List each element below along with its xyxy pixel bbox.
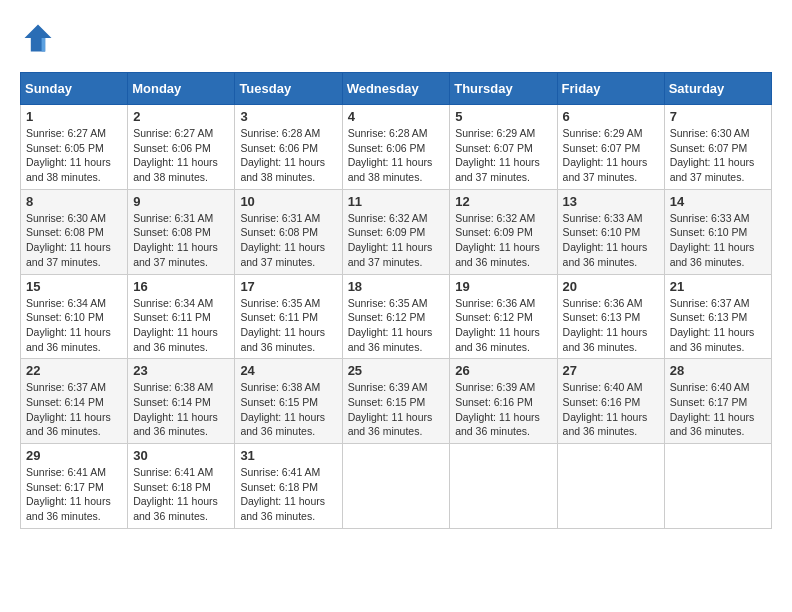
day-number: 21 [670, 279, 766, 294]
calendar-cell: 31 Sunrise: 6:41 AMSunset: 6:18 PMDaylig… [235, 444, 342, 529]
day-header-friday: Friday [557, 73, 664, 105]
calendar-cell [342, 444, 450, 529]
calendar-cell: 24 Sunrise: 6:38 AMSunset: 6:15 PMDaylig… [235, 359, 342, 444]
calendar-week-row: 1 Sunrise: 6:27 AMSunset: 6:05 PMDayligh… [21, 105, 772, 190]
calendar-table: SundayMondayTuesdayWednesdayThursdayFrid… [20, 72, 772, 529]
day-number: 10 [240, 194, 336, 209]
calendar-cell: 16 Sunrise: 6:34 AMSunset: 6:11 PMDaylig… [128, 274, 235, 359]
calendar-cell: 29 Sunrise: 6:41 AMSunset: 6:17 PMDaylig… [21, 444, 128, 529]
day-number: 26 [455, 363, 551, 378]
day-number: 1 [26, 109, 122, 124]
day-info: Sunrise: 6:29 AMSunset: 6:07 PMDaylight:… [563, 126, 659, 185]
day-number: 15 [26, 279, 122, 294]
day-info: Sunrise: 6:30 AMSunset: 6:07 PMDaylight:… [670, 126, 766, 185]
day-info: Sunrise: 6:40 AMSunset: 6:16 PMDaylight:… [563, 380, 659, 439]
day-header-saturday: Saturday [664, 73, 771, 105]
day-info: Sunrise: 6:33 AMSunset: 6:10 PMDaylight:… [563, 211, 659, 270]
calendar-cell: 7 Sunrise: 6:30 AMSunset: 6:07 PMDayligh… [664, 105, 771, 190]
svg-marker-0 [25, 25, 52, 52]
calendar-cell: 6 Sunrise: 6:29 AMSunset: 6:07 PMDayligh… [557, 105, 664, 190]
day-info: Sunrise: 6:27 AMSunset: 6:06 PMDaylight:… [133, 126, 229, 185]
day-number: 12 [455, 194, 551, 209]
day-info: Sunrise: 6:30 AMSunset: 6:08 PMDaylight:… [26, 211, 122, 270]
day-number: 4 [348, 109, 445, 124]
day-info: Sunrise: 6:33 AMSunset: 6:10 PMDaylight:… [670, 211, 766, 270]
day-number: 5 [455, 109, 551, 124]
day-info: Sunrise: 6:31 AMSunset: 6:08 PMDaylight:… [240, 211, 336, 270]
day-number: 17 [240, 279, 336, 294]
day-info: Sunrise: 6:39 AMSunset: 6:16 PMDaylight:… [455, 380, 551, 439]
day-number: 27 [563, 363, 659, 378]
calendar-cell: 26 Sunrise: 6:39 AMSunset: 6:16 PMDaylig… [450, 359, 557, 444]
calendar-cell: 2 Sunrise: 6:27 AMSunset: 6:06 PMDayligh… [128, 105, 235, 190]
calendar-week-row: 15 Sunrise: 6:34 AMSunset: 6:10 PMDaylig… [21, 274, 772, 359]
day-number: 22 [26, 363, 122, 378]
day-number: 30 [133, 448, 229, 463]
day-info: Sunrise: 6:32 AMSunset: 6:09 PMDaylight:… [348, 211, 445, 270]
calendar-week-row: 22 Sunrise: 6:37 AMSunset: 6:14 PMDaylig… [21, 359, 772, 444]
day-info: Sunrise: 6:40 AMSunset: 6:17 PMDaylight:… [670, 380, 766, 439]
day-header-tuesday: Tuesday [235, 73, 342, 105]
calendar-cell: 17 Sunrise: 6:35 AMSunset: 6:11 PMDaylig… [235, 274, 342, 359]
day-info: Sunrise: 6:35 AMSunset: 6:11 PMDaylight:… [240, 296, 336, 355]
day-info: Sunrise: 6:35 AMSunset: 6:12 PMDaylight:… [348, 296, 445, 355]
day-info: Sunrise: 6:39 AMSunset: 6:15 PMDaylight:… [348, 380, 445, 439]
calendar-cell: 18 Sunrise: 6:35 AMSunset: 6:12 PMDaylig… [342, 274, 450, 359]
calendar-cell: 27 Sunrise: 6:40 AMSunset: 6:16 PMDaylig… [557, 359, 664, 444]
calendar-cell [664, 444, 771, 529]
calendar-cell [557, 444, 664, 529]
day-info: Sunrise: 6:41 AMSunset: 6:18 PMDaylight:… [133, 465, 229, 524]
day-number: 6 [563, 109, 659, 124]
day-number: 31 [240, 448, 336, 463]
logo-icon [20, 20, 56, 56]
day-number: 11 [348, 194, 445, 209]
calendar-cell: 10 Sunrise: 6:31 AMSunset: 6:08 PMDaylig… [235, 189, 342, 274]
day-number: 2 [133, 109, 229, 124]
calendar-cell: 21 Sunrise: 6:37 AMSunset: 6:13 PMDaylig… [664, 274, 771, 359]
calendar-cell: 15 Sunrise: 6:34 AMSunset: 6:10 PMDaylig… [21, 274, 128, 359]
day-info: Sunrise: 6:37 AMSunset: 6:14 PMDaylight:… [26, 380, 122, 439]
day-number: 9 [133, 194, 229, 209]
calendar-cell: 4 Sunrise: 6:28 AMSunset: 6:06 PMDayligh… [342, 105, 450, 190]
day-number: 14 [670, 194, 766, 209]
calendar-cell: 14 Sunrise: 6:33 AMSunset: 6:10 PMDaylig… [664, 189, 771, 274]
calendar-cell: 25 Sunrise: 6:39 AMSunset: 6:15 PMDaylig… [342, 359, 450, 444]
page-header [20, 20, 772, 56]
day-info: Sunrise: 6:29 AMSunset: 6:07 PMDaylight:… [455, 126, 551, 185]
day-info: Sunrise: 6:34 AMSunset: 6:10 PMDaylight:… [26, 296, 122, 355]
calendar-cell: 28 Sunrise: 6:40 AMSunset: 6:17 PMDaylig… [664, 359, 771, 444]
calendar-cell: 9 Sunrise: 6:31 AMSunset: 6:08 PMDayligh… [128, 189, 235, 274]
day-info: Sunrise: 6:36 AMSunset: 6:13 PMDaylight:… [563, 296, 659, 355]
calendar-header-row: SundayMondayTuesdayWednesdayThursdayFrid… [21, 73, 772, 105]
day-number: 20 [563, 279, 659, 294]
calendar-cell: 5 Sunrise: 6:29 AMSunset: 6:07 PMDayligh… [450, 105, 557, 190]
day-info: Sunrise: 6:32 AMSunset: 6:09 PMDaylight:… [455, 211, 551, 270]
day-info: Sunrise: 6:34 AMSunset: 6:11 PMDaylight:… [133, 296, 229, 355]
day-info: Sunrise: 6:38 AMSunset: 6:14 PMDaylight:… [133, 380, 229, 439]
day-number: 13 [563, 194, 659, 209]
day-number: 24 [240, 363, 336, 378]
calendar-cell: 22 Sunrise: 6:37 AMSunset: 6:14 PMDaylig… [21, 359, 128, 444]
calendar-cell: 19 Sunrise: 6:36 AMSunset: 6:12 PMDaylig… [450, 274, 557, 359]
day-info: Sunrise: 6:41 AMSunset: 6:17 PMDaylight:… [26, 465, 122, 524]
day-header-monday: Monday [128, 73, 235, 105]
day-number: 8 [26, 194, 122, 209]
day-header-thursday: Thursday [450, 73, 557, 105]
calendar-cell: 12 Sunrise: 6:32 AMSunset: 6:09 PMDaylig… [450, 189, 557, 274]
calendar-cell: 13 Sunrise: 6:33 AMSunset: 6:10 PMDaylig… [557, 189, 664, 274]
day-header-sunday: Sunday [21, 73, 128, 105]
calendar-cell: 11 Sunrise: 6:32 AMSunset: 6:09 PMDaylig… [342, 189, 450, 274]
calendar-cell: 20 Sunrise: 6:36 AMSunset: 6:13 PMDaylig… [557, 274, 664, 359]
day-info: Sunrise: 6:28 AMSunset: 6:06 PMDaylight:… [348, 126, 445, 185]
day-number: 16 [133, 279, 229, 294]
day-header-wednesday: Wednesday [342, 73, 450, 105]
day-info: Sunrise: 6:41 AMSunset: 6:18 PMDaylight:… [240, 465, 336, 524]
calendar-week-row: 29 Sunrise: 6:41 AMSunset: 6:17 PMDaylig… [21, 444, 772, 529]
day-number: 25 [348, 363, 445, 378]
logo [20, 20, 60, 56]
day-number: 18 [348, 279, 445, 294]
day-info: Sunrise: 6:38 AMSunset: 6:15 PMDaylight:… [240, 380, 336, 439]
day-info: Sunrise: 6:28 AMSunset: 6:06 PMDaylight:… [240, 126, 336, 185]
calendar-cell: 30 Sunrise: 6:41 AMSunset: 6:18 PMDaylig… [128, 444, 235, 529]
day-number: 29 [26, 448, 122, 463]
